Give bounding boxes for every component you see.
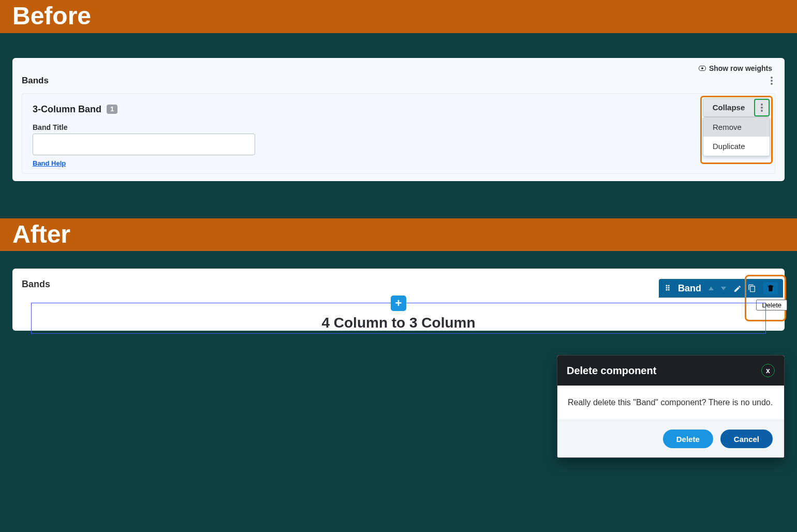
overflow-menu-icon[interactable]	[768, 77, 775, 85]
show-row-weights-toggle[interactable]: Show row weights	[22, 64, 775, 72]
move-up-icon[interactable]	[709, 287, 714, 290]
band-card: 3-Column Band 1 Band Title Band Help Col…	[22, 93, 775, 174]
band-title-input[interactable]	[33, 134, 255, 155]
before-heading-band: Before	[0, 0, 797, 33]
add-component-button[interactable]: +	[391, 295, 406, 311]
band-card-title-row: 3-Column Band 1	[33, 102, 764, 123]
band-help-link[interactable]: Band Help	[33, 159, 66, 167]
collapse-button[interactable]: Collapse	[703, 98, 770, 117]
dialog-close-button[interactable]: x	[761, 364, 775, 377]
bands-panel: Show row weights Bands 3-Column Band 1 B…	[12, 58, 785, 181]
dialog-title: Delete component	[567, 365, 656, 377]
after-section: Bands ⠿ Band Delete + 4 Column to 3 Colu…	[0, 251, 797, 331]
before-section: Show row weights Bands 3-Column Band 1 B…	[0, 33, 797, 218]
band-card-title: 3-Column Band	[33, 104, 101, 115]
dropdown-item-duplicate[interactable]: Duplicate	[703, 137, 770, 156]
kebab-icon	[758, 104, 765, 112]
after-heading-band: After	[0, 218, 797, 252]
dropdown-item-remove[interactable]: Remove	[703, 117, 770, 137]
band-title-label: Band Title	[33, 123, 764, 131]
band-toolbar: ⠿ Band	[659, 279, 783, 298]
delete-button[interactable]	[763, 282, 778, 294]
after-bands-panel: Bands ⠿ Band Delete + 4 Column to 3 Colu…	[12, 269, 785, 331]
band-outline: + 4 Column to 3 Column	[31, 303, 766, 334]
collapse-menu-trigger[interactable]	[754, 99, 770, 116]
toolbar-band-name: Band	[678, 283, 701, 294]
after-heading: After	[12, 218, 785, 252]
edit-icon[interactable]	[733, 285, 741, 292]
dialog-body: Really delete this "Band" component? The…	[557, 386, 784, 420]
band-index-badge: 1	[107, 105, 117, 114]
bands-heading-row: Bands	[22, 72, 775, 93]
before-heading: Before	[12, 0, 785, 33]
dialog-footer: Delete Cancel	[557, 420, 784, 457]
duplicate-icon[interactable]	[748, 284, 756, 292]
dialog-cancel-button[interactable]: Cancel	[720, 430, 773, 448]
eye-icon	[699, 66, 706, 71]
collapse-button-label: Collapse	[703, 103, 754, 112]
drag-handle-icon[interactable]: ⠿	[665, 284, 671, 292]
before-highlight-box: Collapse Remove Duplicate	[700, 96, 773, 164]
bands-heading: Bands	[22, 76, 49, 86]
band-actions-dropdown: Remove Duplicate	[703, 117, 770, 156]
move-down-icon[interactable]	[721, 287, 726, 290]
delete-dialog: Delete component x Really delete this "B…	[557, 355, 785, 458]
dialog-header: Delete component x	[557, 356, 784, 386]
band-content-title: 4 Column to 3 Column	[32, 315, 765, 331]
row-weights-label: Show row weights	[709, 64, 772, 72]
dialog-delete-button[interactable]: Delete	[663, 430, 713, 448]
